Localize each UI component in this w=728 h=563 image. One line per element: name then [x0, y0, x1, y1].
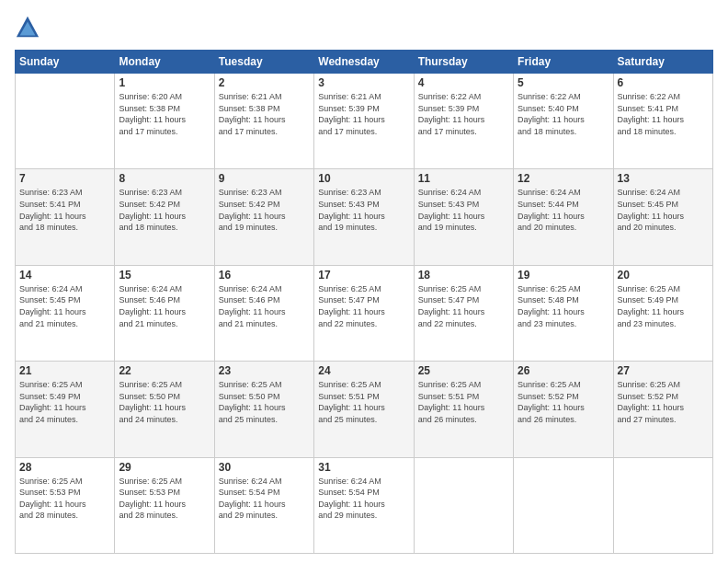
day-info: Sunrise: 6:21 AM Sunset: 5:39 PM Dayligh…: [318, 91, 409, 137]
calendar-cell: 10Sunrise: 6:23 AM Sunset: 5:43 PM Dayli…: [314, 169, 414, 265]
day-number: 28: [19, 461, 110, 474]
day-number: 8: [119, 172, 210, 185]
day-number: 3: [318, 76, 409, 89]
day-info: Sunrise: 6:22 AM Sunset: 5:41 PM Dayligh…: [618, 91, 709, 137]
calendar-cell: 22Sunrise: 6:25 AM Sunset: 5:50 PM Dayli…: [115, 362, 214, 457]
day-info: Sunrise: 6:24 AM Sunset: 5:54 PM Dayligh…: [219, 476, 310, 522]
day-number: 2: [219, 76, 310, 89]
day-info: Sunrise: 6:25 AM Sunset: 5:47 PM Dayligh…: [318, 283, 409, 329]
day-number: 29: [119, 461, 210, 474]
calendar-cell: 9Sunrise: 6:23 AM Sunset: 5:42 PM Daylig…: [214, 169, 313, 265]
day-info: Sunrise: 6:24 AM Sunset: 5:46 PM Dayligh…: [219, 283, 310, 329]
calendar-cell: 29Sunrise: 6:25 AM Sunset: 5:53 PM Dayli…: [115, 457, 214, 553]
calendar-cell: 12Sunrise: 6:24 AM Sunset: 5:44 PM Dayli…: [514, 169, 613, 265]
weekday-header-wednesday: Wednesday: [314, 51, 414, 74]
day-number: 23: [219, 364, 310, 377]
day-number: 9: [219, 172, 310, 185]
day-info: Sunrise: 6:25 AM Sunset: 5:52 PM Dayligh…: [618, 379, 709, 425]
day-number: 30: [219, 461, 310, 474]
header: [15, 15, 713, 40]
day-number: 10: [318, 172, 409, 185]
calendar-cell: 5Sunrise: 6:22 AM Sunset: 5:40 PM Daylig…: [514, 74, 613, 169]
calendar-cell: 21Sunrise: 6:25 AM Sunset: 5:49 PM Dayli…: [16, 362, 115, 457]
day-number: 15: [119, 269, 210, 282]
day-info: Sunrise: 6:25 AM Sunset: 5:51 PM Dayligh…: [418, 379, 509, 425]
calendar-cell: 8Sunrise: 6:23 AM Sunset: 5:42 PM Daylig…: [115, 169, 214, 265]
week-row-4: 28Sunrise: 6:25 AM Sunset: 5:53 PM Dayli…: [16, 457, 713, 553]
day-number: 31: [318, 461, 409, 474]
day-info: Sunrise: 6:25 AM Sunset: 5:53 PM Dayligh…: [19, 476, 110, 522]
calendar-cell: 28Sunrise: 6:25 AM Sunset: 5:53 PM Dayli…: [16, 457, 115, 553]
day-number: 19: [518, 269, 609, 282]
week-row-3: 21Sunrise: 6:25 AM Sunset: 5:49 PM Dayli…: [16, 362, 713, 457]
day-number: 11: [418, 172, 509, 185]
calendar-cell: 30Sunrise: 6:24 AM Sunset: 5:54 PM Dayli…: [214, 457, 313, 553]
day-number: 26: [518, 364, 609, 377]
day-info: Sunrise: 6:24 AM Sunset: 5:45 PM Dayligh…: [19, 283, 110, 329]
calendar-cell: 16Sunrise: 6:24 AM Sunset: 5:46 PM Dayli…: [214, 265, 313, 361]
weekday-header-tuesday: Tuesday: [214, 51, 313, 74]
day-number: 16: [219, 269, 310, 282]
calendar-cell: 18Sunrise: 6:25 AM Sunset: 5:47 PM Dayli…: [414, 265, 513, 361]
day-info: Sunrise: 6:25 AM Sunset: 5:53 PM Dayligh…: [119, 476, 210, 522]
day-info: Sunrise: 6:25 AM Sunset: 5:52 PM Dayligh…: [518, 379, 609, 425]
calendar-cell: [414, 457, 513, 553]
calendar-cell: 25Sunrise: 6:25 AM Sunset: 5:51 PM Dayli…: [414, 362, 513, 457]
calendar-cell: [514, 457, 613, 553]
calendar-cell: 14Sunrise: 6:24 AM Sunset: 5:45 PM Dayli…: [16, 265, 115, 361]
day-number: 21: [19, 364, 110, 377]
day-info: Sunrise: 6:20 AM Sunset: 5:38 PM Dayligh…: [119, 91, 210, 137]
calendar-cell: [16, 74, 115, 169]
logo: [15, 15, 44, 40]
calendar-cell: 13Sunrise: 6:24 AM Sunset: 5:45 PM Dayli…: [613, 169, 712, 265]
day-info: Sunrise: 6:24 AM Sunset: 5:46 PM Dayligh…: [119, 283, 210, 329]
calendar-cell: 19Sunrise: 6:25 AM Sunset: 5:48 PM Dayli…: [514, 265, 613, 361]
day-info: Sunrise: 6:24 AM Sunset: 5:44 PM Dayligh…: [518, 187, 609, 233]
page: SundayMondayTuesdayWednesdayThursdayFrid…: [0, 0, 728, 563]
calendar-cell: 17Sunrise: 6:25 AM Sunset: 5:47 PM Dayli…: [314, 265, 414, 361]
weekday-header-thursday: Thursday: [414, 51, 513, 74]
day-number: 24: [318, 364, 409, 377]
day-number: 1: [119, 76, 210, 89]
day-info: Sunrise: 6:25 AM Sunset: 5:50 PM Dayligh…: [119, 379, 210, 425]
calendar-cell: 24Sunrise: 6:25 AM Sunset: 5:51 PM Dayli…: [314, 362, 414, 457]
week-row-1: 7Sunrise: 6:23 AM Sunset: 5:41 PM Daylig…: [16, 169, 713, 265]
day-info: Sunrise: 6:25 AM Sunset: 5:51 PM Dayligh…: [318, 379, 409, 425]
day-number: 18: [418, 269, 509, 282]
calendar-cell: 26Sunrise: 6:25 AM Sunset: 5:52 PM Dayli…: [514, 362, 613, 457]
calendar-cell: 20Sunrise: 6:25 AM Sunset: 5:49 PM Dayli…: [613, 265, 712, 361]
week-row-2: 14Sunrise: 6:24 AM Sunset: 5:45 PM Dayli…: [16, 265, 713, 361]
day-info: Sunrise: 6:23 AM Sunset: 5:42 PM Dayligh…: [119, 187, 210, 233]
day-info: Sunrise: 6:23 AM Sunset: 5:42 PM Dayligh…: [219, 187, 310, 233]
calendar-cell: 7Sunrise: 6:23 AM Sunset: 5:41 PM Daylig…: [16, 169, 115, 265]
calendar-cell: [613, 457, 712, 553]
logo-icon: [15, 15, 40, 40]
day-number: 6: [618, 76, 709, 89]
weekday-header-monday: Monday: [115, 51, 214, 74]
calendar-cell: 23Sunrise: 6:25 AM Sunset: 5:50 PM Dayli…: [214, 362, 313, 457]
day-number: 5: [518, 76, 609, 89]
day-number: 25: [418, 364, 509, 377]
day-number: 13: [618, 172, 709, 185]
day-number: 14: [19, 269, 110, 282]
day-info: Sunrise: 6:25 AM Sunset: 5:49 PM Dayligh…: [19, 379, 110, 425]
day-info: Sunrise: 6:21 AM Sunset: 5:38 PM Dayligh…: [219, 91, 310, 137]
day-info: Sunrise: 6:25 AM Sunset: 5:48 PM Dayligh…: [518, 283, 609, 329]
day-number: 17: [318, 269, 409, 282]
calendar-cell: 4Sunrise: 6:22 AM Sunset: 5:39 PM Daylig…: [414, 74, 513, 169]
weekday-header-friday: Friday: [514, 51, 613, 74]
day-number: 12: [518, 172, 609, 185]
week-row-0: 1Sunrise: 6:20 AM Sunset: 5:38 PM Daylig…: [16, 74, 713, 169]
calendar-cell: 1Sunrise: 6:20 AM Sunset: 5:38 PM Daylig…: [115, 74, 214, 169]
calendar-cell: 6Sunrise: 6:22 AM Sunset: 5:41 PM Daylig…: [613, 74, 712, 169]
day-info: Sunrise: 6:22 AM Sunset: 5:40 PM Dayligh…: [518, 91, 609, 137]
day-number: 22: [119, 364, 210, 377]
day-info: Sunrise: 6:23 AM Sunset: 5:43 PM Dayligh…: [318, 187, 409, 233]
day-info: Sunrise: 6:24 AM Sunset: 5:43 PM Dayligh…: [418, 187, 509, 233]
weekday-header-row: SundayMondayTuesdayWednesdayThursdayFrid…: [16, 51, 713, 74]
day-info: Sunrise: 6:24 AM Sunset: 5:45 PM Dayligh…: [618, 187, 709, 233]
day-number: 20: [618, 269, 709, 282]
calendar-cell: 11Sunrise: 6:24 AM Sunset: 5:43 PM Dayli…: [414, 169, 513, 265]
calendar-cell: 2Sunrise: 6:21 AM Sunset: 5:38 PM Daylig…: [214, 74, 313, 169]
weekday-header-sunday: Sunday: [16, 51, 115, 74]
